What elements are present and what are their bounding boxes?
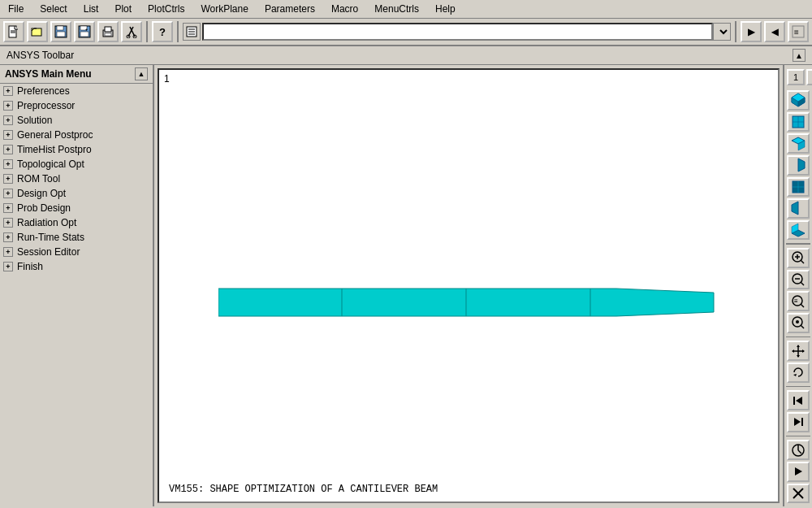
- bottom-view-button[interactable]: [787, 220, 810, 241]
- viewport[interactable]: 1 VM155: SHAPE OPTIMIZATION OF A CANTILE…: [158, 68, 780, 503]
- help-button[interactable]: ?: [152, 21, 173, 42]
- zoom-in-button[interactable]: [787, 248, 810, 268]
- svg-marker-62: [802, 350, 805, 353]
- top-view-button[interactable]: [787, 133, 810, 154]
- menu-help[interactable]: Help: [430, 2, 460, 16]
- plus-icon-preprocessor: +: [3, 101, 13, 111]
- sidebar-item-topological[interactable]: + Topological Opt: [0, 157, 153, 172]
- back-view-button[interactable]: [787, 177, 810, 198]
- cantilever-beam-svg: [218, 282, 719, 323]
- svg-rect-5: [57, 26, 63, 30]
- toolbar-dropdown[interactable]: [713, 23, 731, 41]
- menu-bar: File Select List Plot PlotCtrls WorkPlan…: [0, 0, 812, 19]
- sidebar-item-design-opt[interactable]: + Design Opt: [0, 186, 153, 201]
- svg-marker-66: [794, 418, 801, 426]
- toolbar-sep3: [735, 21, 736, 42]
- print-button[interactable]: [97, 21, 119, 42]
- stop-button[interactable]: ◀: [764, 21, 785, 42]
- rt-sep2: [786, 336, 810, 338]
- svg-marker-60: [797, 355, 800, 358]
- sidebar-item-preferences[interactable]: + Preferences: [0, 84, 153, 98]
- svg-line-52: [801, 304, 804, 307]
- fit-all-button[interactable]: ≡: [787, 291, 810, 311]
- zoom-box-button[interactable]: [787, 313, 810, 333]
- sidebar-item-solution[interactable]: + Solution: [0, 113, 153, 128]
- svg-text:+: +: [85, 27, 88, 32]
- pan-button[interactable]: [787, 341, 810, 361]
- right-view-button[interactable]: [787, 155, 810, 176]
- prev-view-button[interactable]: [787, 390, 810, 410]
- rotate-button[interactable]: [787, 363, 810, 383]
- plus-icon-finish: +: [3, 262, 13, 271]
- svg-marker-41: [792, 202, 798, 215]
- iso-view-button[interactable]: [787, 90, 810, 111]
- menu-file[interactable]: File: [3, 2, 28, 16]
- front-view-button[interactable]: [787, 112, 810, 132]
- sidebar-collapse-button[interactable]: ▲: [135, 67, 148, 80]
- svg-rect-13: [105, 33, 111, 36]
- menu-macro[interactable]: Macro: [326, 2, 363, 16]
- sidebar-item-session-editor[interactable]: + Session Editor: [0, 245, 153, 259]
- menu-parameters[interactable]: Parameters: [260, 2, 320, 16]
- plus-icon-topological: +: [3, 159, 13, 169]
- svg-marker-63: [793, 374, 797, 376]
- sidebar-item-timehist[interactable]: + TimeHist Postpro: [0, 142, 153, 157]
- rt-sep1: [786, 243, 810, 245]
- menu-menuctrls[interactable]: MenuCtrls: [369, 2, 424, 16]
- viewport-number: 1: [164, 73, 170, 85]
- run-button[interactable]: ▶: [741, 21, 762, 42]
- sidebar-item-finish[interactable]: + Finish: [0, 259, 153, 274]
- plus-icon-design: +: [3, 189, 13, 198]
- toolbar-command-input[interactable]: [202, 23, 713, 41]
- svg-marker-71: [795, 467, 802, 475]
- svg-rect-9: [80, 32, 89, 37]
- new-file-button[interactable]: [3, 21, 24, 42]
- plus-icon-rom: +: [3, 174, 13, 184]
- open-button[interactable]: [27, 21, 48, 42]
- plus-icon-timehist: +: [3, 145, 13, 154]
- dynamic-mode-button[interactable]: [787, 440, 810, 460]
- left-view-button[interactable]: [787, 198, 810, 219]
- menu-workplane[interactable]: WorkPlane: [196, 2, 253, 16]
- sidebar-item-general-postproc[interactable]: + General Postproc: [0, 128, 153, 142]
- svg-marker-37: [798, 158, 805, 172]
- main-layout: ANSYS Main Menu ▲ + Preferences + Prepro…: [0, 65, 812, 506]
- close-view-button[interactable]: [787, 484, 810, 504]
- menu-plot[interactable]: Plot: [110, 2, 136, 16]
- sidebar-item-radiation-opt[interactable]: + Radiation Opt: [0, 215, 153, 230]
- sidebar-menu: + Preferences + Preprocessor + Solution …: [0, 84, 153, 274]
- save-button[interactable]: [50, 21, 71, 42]
- svg-line-55: [801, 325, 804, 328]
- ansys-toolbar-bar: ANSYS Toolbar ▲: [0, 46, 812, 65]
- sidebar-item-rom-tool[interactable]: + ROM Tool: [0, 172, 153, 186]
- menu-list[interactable]: List: [79, 2, 104, 16]
- plus-icon-session: +: [3, 247, 13, 257]
- right-toolbar: 1 3 ≡: [783, 65, 812, 506]
- view-num-3[interactable]: 3: [806, 69, 812, 85]
- menu-select[interactable]: Select: [35, 2, 71, 16]
- svg-marker-64: [796, 397, 802, 405]
- svg-line-49: [801, 282, 804, 285]
- next-view-button[interactable]: [787, 412, 810, 432]
- rt-sep4: [786, 436, 810, 437]
- sidebar-item-prob-design[interactable]: + Prob Design: [0, 201, 153, 215]
- ansys-toolbar-collapse-btn[interactable]: ▲: [793, 49, 806, 62]
- sidebar-header: ANSYS Main Menu ▲: [0, 65, 153, 84]
- svg-line-70: [798, 450, 801, 454]
- settings-button[interactable]: ≡: [788, 21, 809, 42]
- sidebar-item-preprocessor[interactable]: + Preprocessor: [0, 98, 153, 113]
- viewport-caption: VM155: SHAPE OPTIMIZATION OF A CANTILEVE…: [169, 484, 438, 495]
- canvas-area: 1 VM155: SHAPE OPTIMIZATION OF A CANTILE…: [154, 65, 783, 506]
- zoom-out-button[interactable]: [787, 270, 810, 290]
- sidebar-item-run-time-stats[interactable]: + Run-Time Stats: [0, 230, 153, 245]
- save-as-button[interactable]: +: [74, 21, 95, 42]
- menu-plotctrls[interactable]: PlotCtrls: [143, 2, 189, 16]
- toolbar: + ? ▶ ◀ ≡: [0, 19, 812, 46]
- animate-button[interactable]: [787, 462, 810, 482]
- svg-text:≡: ≡: [794, 297, 798, 305]
- cut-button[interactable]: [121, 21, 142, 42]
- view-num-1[interactable]: 1: [787, 69, 805, 85]
- plus-icon-general: +: [3, 130, 13, 140]
- plus-icon-runtime: +: [3, 232, 13, 242]
- rt-sep3: [786, 386, 810, 388]
